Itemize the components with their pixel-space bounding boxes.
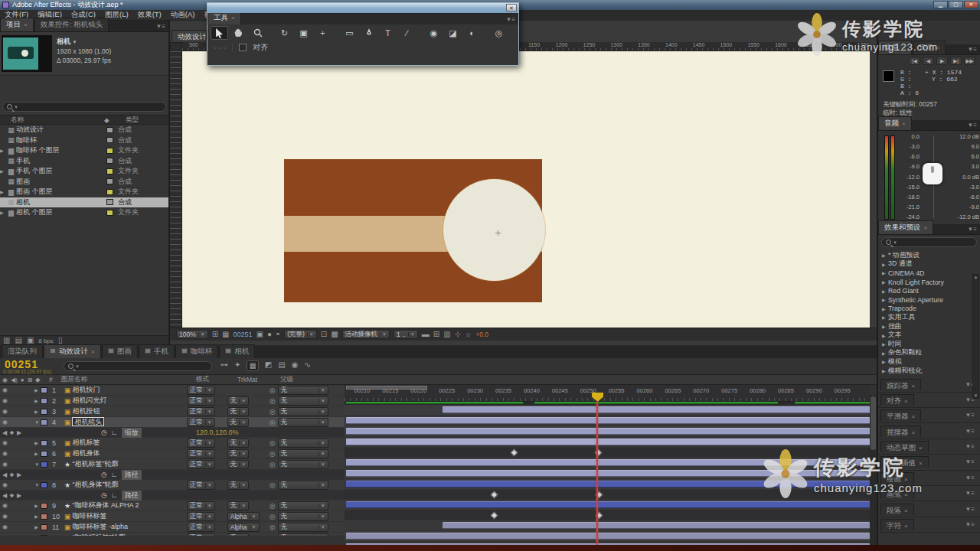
tab-字符[interactable]: 字符× [880,519,914,530]
timeline-tab-咖啡杯[interactable]: 咖啡杯 [175,344,219,358]
layer-label-chip[interactable] [41,482,47,488]
layer-label-chip[interactable] [41,503,47,509]
property-value[interactable]: 120.0,120.0% [196,429,239,436]
layer-row-8[interactable]: ◉▼8★“相机身体”轮廓正常▼无▼◎无▼ [0,480,345,491]
timeline-button-icon[interactable]: ▥ [443,330,450,339]
tab-摇摆器[interactable]: 摇摆器× [880,425,921,437]
eye-icon[interactable]: ◉ [2,439,8,446]
tool-selection[interactable] [211,26,228,40]
menu-动画(A)[interactable]: 动画(A) [166,10,200,20]
keyframe-navigator[interactable]: ◀■▶ [0,429,35,436]
tool-brush[interactable]: ∕ [398,26,416,40]
parent-dropdown[interactable]: 无▼ [278,439,328,448]
magnification-dropdown[interactable]: 100%▼ [176,330,208,339]
expander-icon[interactable]: ▶ [882,270,888,276]
tab-信息[interactable]: 信息× [878,41,912,54]
eye-icon[interactable]: ◉ [2,534,8,536]
effects-category-Red Giant[interactable]: ▶Red Giant [878,286,980,295]
close-button[interactable]: ✕ [964,1,978,8]
layer-bar-row-5[interactable] [345,458,870,468]
pickwhip-icon[interactable]: ◎ [270,386,276,394]
pickwhip-icon[interactable]: ◎ [270,534,276,536]
folder-expander-icon[interactable]: ▶ [0,148,6,153]
next-frame-icon[interactable]: ▶| [950,57,962,65]
tab-项目[interactable]: 项目× [0,18,34,31]
layer-duration-bar[interactable] [346,417,870,424]
next-keyframe-icon[interactable]: ▶ [17,429,21,436]
expander-icon[interactable]: ▶ [882,297,888,302]
layer-name[interactable]: “咖啡杯标签”轮廓 [72,533,186,536]
expander-icon[interactable]: ▶ [882,262,888,267]
layer-av-switches[interactable]: ◉ [0,439,34,446]
tab-画笔[interactable]: 画笔× [880,487,914,499]
parent-dropdown[interactable]: 无▼ [278,418,328,427]
prev-frame-icon[interactable]: ◀ [923,57,934,65]
layer-av-switches[interactable]: ◉ [0,408,34,415]
label-color-chip[interactable] [106,168,113,174]
trkmat-dropdown[interactable]: 无▼ [227,533,249,536]
eye-icon[interactable]: ◉ [2,502,8,509]
effects-category-Knoll Light Factory[interactable]: ▶Knoll Light Factory [878,278,980,287]
layer-label-chip[interactable] [41,451,47,457]
exposure-value[interactable]: +0.0 [475,331,488,338]
layer-label-chip[interactable] [41,387,47,393]
parent-dropdown[interactable]: 无▼ [278,407,328,416]
layer-expander-icon[interactable]: ▶ [34,535,41,536]
trkmat-dropdown[interactable]: 无▼ [227,418,249,427]
keyframe-navigator[interactable]: ◀■▶ [0,471,35,478]
effects-category-扭曲[interactable]: ▶扭曲 [878,322,980,331]
layer-label-chip[interactable] [41,535,47,536]
parent-dropdown[interactable]: 无▼ [278,481,328,490]
eye-icon[interactable]: ◉ [2,450,8,457]
eye-icon[interactable]: ◉ [2,481,8,488]
property-row-缩放[interactable]: ◀■▶◷∟缩放120.0,120.0% [0,428,345,438]
layer-name[interactable]: “相机标签”轮廓 [72,459,186,469]
panel-menu-icon[interactable]: ▼≡ [962,410,978,420]
layer-label-chip[interactable] [41,409,47,415]
keyframe-icon[interactable] [491,512,498,520]
effects-category-Trapcode[interactable]: ▶Trapcode [878,305,980,314]
tab-动态草图[interactable]: 动态草图× [880,441,929,452]
tool-pan-behind[interactable]: + [314,26,332,40]
layer-row-6[interactable]: ◉▶6▣相机身体正常▼无▼◎无▼ [0,448,345,459]
keyframe-icon[interactable] [511,449,518,457]
layer-av-switches[interactable]: ◉ [0,513,34,520]
project-item-手机[interactable]: ▦手机合成 [0,156,168,167]
effects-category-时间[interactable]: ▶时间 [878,340,980,349]
mini-flowchart-icon[interactable]: ⊶ [220,360,228,371]
expander-icon[interactable]: ▶ [882,368,888,373]
prev-keyframe-icon[interactable]: ◀ [2,429,7,436]
property-row-路径[interactable]: ◀■▶◷∟路径 [0,470,345,480]
tools-panel-titlebar[interactable]: ✕ [207,3,518,13]
trkmat-dropdown[interactable]: 无▼ [227,481,249,490]
project-item-图画 个图层[interactable]: ▶▆图画 个图层文件夹 [0,187,168,197]
menu-效果(T)[interactable]: 效果(T) [133,10,166,20]
prev-keyframe-icon[interactable]: ◀ [2,471,7,478]
property-name[interactable]: ◷∟路径 [101,470,142,480]
minimize-button[interactable]: ▁ [933,1,948,8]
parent-dropdown[interactable]: 无▼ [278,386,328,395]
pickwhip-icon[interactable]: ◎ [270,513,276,520]
timeline-scrollbar[interactable] [870,395,877,546]
ruler-origin-box[interactable] [170,42,182,51]
panel-menu-icon[interactable]: ▼≡ [152,21,168,31]
tool-clone-stamp[interactable]: ◉ [425,26,443,40]
effects-category-模糊和锐化[interactable]: ▶模糊和锐化 [878,367,980,376]
stopwatch-icon[interactable]: ◷ [101,491,107,499]
label-color-chip[interactable] [106,189,113,195]
layer-bar-row-2[interactable] [345,416,870,426]
panel-menu-icon[interactable]: ▼≡ [962,442,978,452]
pickwhip-icon[interactable]: ◎ [270,481,276,489]
trkmat-dropdown[interactable]: 无▼ [227,449,249,458]
layer-name[interactable]: 咖啡杯标签 [72,511,186,521]
pickwhip-icon[interactable]: ◎ [270,439,276,447]
project-item-动效设计[interactable]: ▦动效设计合成 [0,125,168,135]
layer-name[interactable]: “相机身体”轮廓 [72,480,186,490]
layer-bar-row-6[interactable] [345,468,870,479]
mode-dropdown[interactable]: 正常▼ [187,501,215,510]
parent-dropdown[interactable]: 无▼ [278,512,328,521]
timeline-tab-相机[interactable]: 相机 [219,344,255,358]
keyframe-icon[interactable] [491,491,498,499]
layer-av-switches[interactable]: ◉ [0,502,34,509]
expander-icon[interactable]: ▶ [882,341,888,347]
